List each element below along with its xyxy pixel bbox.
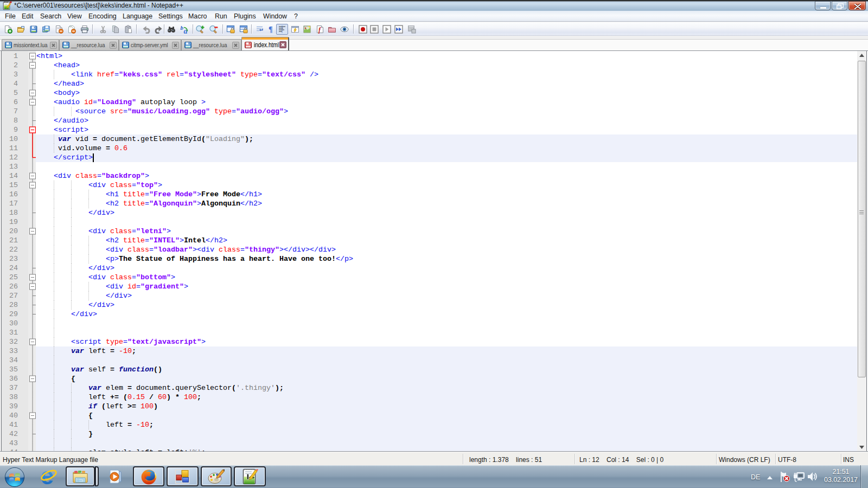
svg-text:¶: ¶ xyxy=(269,25,273,34)
